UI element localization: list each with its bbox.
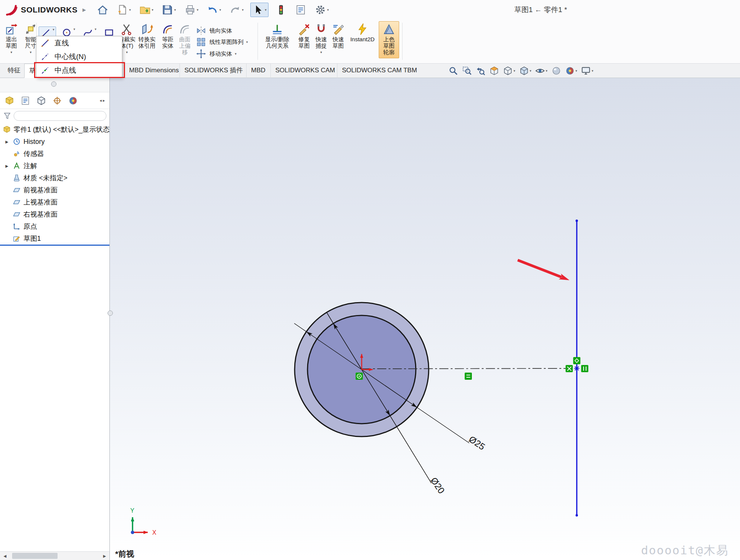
equal-constraint-badge[interactable] [465,373,472,380]
tree-item-front-plane[interactable]: 前视基准面 [0,184,109,196]
menu-item-line[interactable]: 直线 [36,36,122,50]
apply-scene-button[interactable]: ▾ [565,66,578,76]
chevron-down-icon: ▾ [242,8,244,12]
tree-root[interactable]: 零件1 (默认) <<默认>_显示状态 1> [0,123,109,136]
save-button[interactable]: ▾ [160,3,178,17]
shaded-contours-icon [382,23,396,36]
menu-item-label: 直线 [55,38,69,48]
viewport-background[interactable] [110,78,740,560]
new-document-button[interactable]: ▾ [115,3,133,17]
open-button[interactable]: ▾ [138,3,155,17]
exit-sketch-button[interactable]: 退出 草图 ▾ [2,23,21,54]
expand-arrow-icon[interactable]: ▶ [4,140,10,144]
midpoint-constraint-badge[interactable] [573,357,581,364]
shaded-sketch-contours-button[interactable]: 上色 草图 轮廓 [379,21,399,58]
undo-button[interactable]: ▾ [205,3,223,17]
menu-item-midpoint-line[interactable]: 中点线 [36,64,122,77]
scroll-right-icon[interactable]: ▶ [100,554,109,558]
quick-snaps-button[interactable]: 快速 捕捉 ▾ [313,23,329,54]
expand-arrow-icon[interactable]: ▶ [4,164,10,168]
tree-item-top-plane[interactable]: 上视基准面 [0,196,109,208]
rapid-sketch-button[interactable]: 快速 草图 [330,23,347,49]
dimxpert-manager-tab-icon[interactable] [52,96,62,106]
tree-item-annotations[interactable]: ▶ 注解 [0,160,109,172]
move-entities-button[interactable]: 移动实体 ▾ [195,48,237,59]
select-button[interactable]: ▾ [250,3,269,17]
chevron-down-icon: ▾ [235,52,237,56]
trim-entities-icon [120,23,134,36]
graphics-canvas[interactable]: Ø25 Ø20 [110,78,740,560]
line-midpoint-marker[interactable] [574,366,579,371]
options-button[interactable]: ▾ [313,3,331,17]
tree-item-origin[interactable]: 原点 [0,220,109,232]
tree-item-sensors[interactable]: 传感器 [0,148,109,160]
repair-sketch-icon [297,23,311,36]
tree-item-label: 右视基准面 [23,210,58,219]
tab-solidworks-cam-tbm[interactable]: SOLIDWORKS CAM TBM [337,64,422,78]
line-endpoint-top[interactable] [576,220,578,222]
rollback-bar[interactable] [0,245,109,246]
tab-mbd-dimensions[interactable]: MBD Dimensions [124,64,183,78]
scene-sphere-icon [565,66,575,76]
display-style-button[interactable]: ▾ [519,66,532,76]
title-bar: SOLIDWORKS ▶ ▾ ▾ ▾ ▾ ▾ ▾ ▾ ▾ 草图1 ← 零件1 * [0,0,740,20]
document-title: 草图1 ← 零件1 * [514,0,567,20]
tab-solidworks-addins[interactable]: SOLIDWORKS 插件 [180,64,247,78]
scrollbar-thumb[interactable] [12,553,58,559]
plane-icon [12,198,21,206]
save-icon [162,4,173,16]
zoom-area-button[interactable] [462,66,472,76]
repair-sketch-button[interactable]: 修复 草图 [296,23,312,49]
display-relations-button[interactable]: 显示/删除 几何关系 [259,23,295,49]
graphics-area[interactable]: Ø25 Ø20 [110,78,740,560]
print-button[interactable]: ▾ [183,3,200,17]
hide-show-items-button[interactable]: ▾ [535,66,548,76]
scrollbar-track[interactable] [10,552,100,560]
chevron-down-icon: ▾ [174,8,176,12]
feature-manager-tab-icon[interactable] [5,96,14,106]
traffic-light-button[interactable] [274,3,288,17]
tab-features[interactable]: 特征 [3,64,25,78]
panel-edge-handle[interactable] [108,310,113,316]
display-manager-tab-icon[interactable] [68,96,78,106]
tree-item-material[interactable]: 材质 <未指定> [0,172,109,184]
view-orientation-button[interactable]: ▾ [503,66,515,76]
tree-item-sketch1[interactable]: 草图1 [0,232,109,245]
configuration-manager-tab-icon[interactable] [36,96,46,106]
tab-solidworks-cam[interactable]: SOLIDWORKS CAM [270,64,340,78]
instant2d-button[interactable]: Instant2D [347,23,378,43]
list-button[interactable] [294,3,308,17]
zoom-fit-button[interactable] [448,66,458,76]
tab-strip-scroll-icon[interactable]: ◂ ▸ [100,98,105,103]
filter-funnel-icon [3,112,11,120]
linear-pattern-button[interactable]: 线性草图阵列 ▾ [195,37,248,47]
tree-item-right-plane[interactable]: 右视基准面 [0,208,109,220]
sketch-icon [12,234,21,243]
scroll-left-icon[interactable]: ◀ [0,554,10,558]
vertical-constraint-badge[interactable] [581,365,589,372]
tree-item-history[interactable]: ▶ History [0,136,109,148]
concentric-constraint-badge[interactable] [356,373,363,380]
previous-view-button[interactable] [476,66,486,76]
solidworks-logo: SOLIDWORKS ▶ [0,3,95,16]
menu-item-centerline[interactable]: 中心线(N) [36,50,122,64]
view-settings-button[interactable]: ▾ [581,66,593,76]
line-endpoint-bottom[interactable] [576,514,578,516]
redo-icon [229,4,241,16]
panel-splitter-handle[interactable] [51,81,56,87]
undo-icon [207,4,218,16]
tab-mbd[interactable]: MBD [246,64,270,78]
tree-filter-input[interactable] [14,111,106,121]
material-icon [12,174,21,182]
home-button[interactable] [95,3,110,17]
tree-item-label: 前视基准面 [23,186,58,195]
section-view-button[interactable] [489,66,499,76]
redo-button[interactable]: ▾ [228,3,245,17]
mirror-entities-button[interactable]: 镜向实体 [195,25,232,36]
edit-appearance-button[interactable] [551,66,561,76]
offset-entities-button[interactable]: 等距 实体 [159,23,176,49]
convert-entities-button[interactable]: 转换实 体引用 [136,23,158,49]
property-manager-tab-icon[interactable] [20,96,30,106]
menu-expand-icon[interactable]: ▶ [83,7,86,12]
coincident-constraint-badge[interactable] [566,365,573,372]
